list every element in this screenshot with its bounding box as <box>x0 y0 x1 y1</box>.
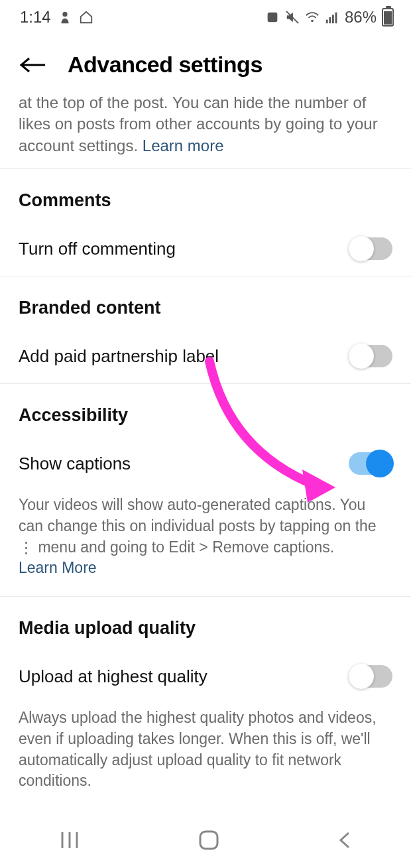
row-label-show-captions: Show captions <box>19 454 131 474</box>
status-app-icon <box>58 10 72 25</box>
arrow-left-icon <box>19 55 48 75</box>
svg-point-3 <box>311 20 314 23</box>
section-title-comments: Comments <box>0 169 411 221</box>
accessibility-learn-more-link[interactable]: Learn More <box>19 559 97 576</box>
section-accessibility: Accessibility Show captions Your videos … <box>0 383 411 596</box>
intro-learn-more-link[interactable]: Learn more <box>143 137 224 155</box>
signal-icon <box>325 10 339 25</box>
svg-rect-7 <box>335 13 337 23</box>
section-branded-content: Branded content Add paid partnership lab… <box>0 276 411 383</box>
intro-text: at the top of the post. You can hide the… <box>0 92 411 168</box>
section-media-upload: Media upload quality Upload at highest q… <box>0 596 411 809</box>
media-desc-text: Always upload the highest quality photos… <box>19 709 377 789</box>
toggle-show-captions[interactable] <box>349 452 392 475</box>
back-nav-icon <box>337 830 353 850</box>
battery-percent: 86% <box>345 8 377 27</box>
battery-icon <box>382 8 394 27</box>
page-title: Advanced settings <box>68 52 263 78</box>
accessibility-desc-text: Your videos will show auto-generated cap… <box>19 496 377 555</box>
row-paid-partnership: Add paid partnership label <box>0 329 411 383</box>
section-comments: Comments Turn off commenting <box>0 168 411 276</box>
row-show-captions: Show captions <box>0 436 411 491</box>
row-label-paid-partnership: Add paid partnership label <box>19 346 219 367</box>
nav-recents-button[interactable] <box>58 831 81 852</box>
media-description: Always upload the highest quality photos… <box>0 704 411 809</box>
home-nav-icon <box>198 829 220 851</box>
toggle-upload-highest-quality[interactable] <box>349 665 392 688</box>
recycle-icon <box>265 10 280 25</box>
accessibility-description: Your videos will show auto-generated cap… <box>0 491 411 596</box>
status-time: 1:14 <box>20 8 51 27</box>
svg-point-0 <box>62 12 67 17</box>
recents-icon <box>58 831 81 849</box>
section-title-accessibility: Accessibility <box>0 384 411 436</box>
wifi-icon <box>305 10 320 25</box>
android-nav-bar <box>0 815 411 868</box>
svg-rect-6 <box>332 15 334 23</box>
row-label-upload-highest-quality: Upload at highest quality <box>19 666 207 687</box>
back-button[interactable] <box>19 55 48 75</box>
svg-rect-13 <box>200 832 217 849</box>
section-title-media: Media upload quality <box>0 597 411 649</box>
mute-icon <box>285 10 300 25</box>
svg-rect-4 <box>326 20 328 23</box>
row-turn-off-commenting: Turn off commenting <box>0 221 411 276</box>
nav-back-button[interactable] <box>337 830 353 853</box>
nav-home-button[interactable] <box>198 829 220 854</box>
toggle-turn-off-commenting[interactable] <box>349 237 392 260</box>
toggle-paid-partnership[interactable] <box>349 345 392 367</box>
svg-rect-1 <box>268 13 278 23</box>
row-label-turn-off-commenting: Turn off commenting <box>19 239 176 259</box>
status-bar: 1:14 86% <box>0 0 411 33</box>
row-upload-highest-quality: Upload at highest quality <box>0 649 411 704</box>
svg-rect-5 <box>329 17 331 23</box>
home-icon <box>79 10 93 25</box>
page-header: Advanced settings <box>0 33 411 92</box>
section-title-branded: Branded content <box>0 277 411 329</box>
